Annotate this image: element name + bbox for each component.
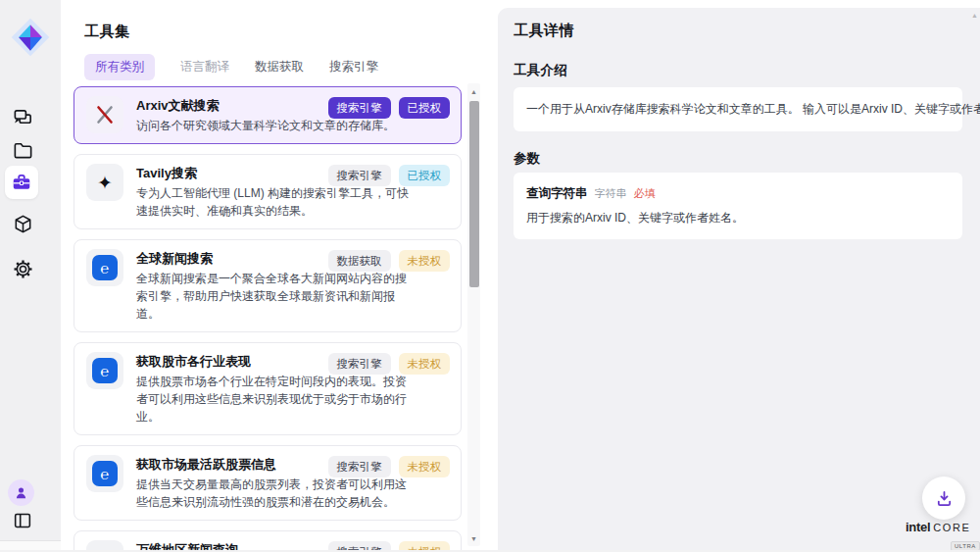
arxiv-x-icon [93,103,117,126]
download-icon [934,488,955,509]
tool-card[interactable]: ✦ ℮ 获取股市各行业表现 提供股票市场各个行业在特定时间段内的表现。投资者可以… [74,342,462,435]
category-badge: 搜索引擎 [328,165,391,186]
auth-status-badge: 已授权 [399,165,451,186]
tool-card[interactable]: ✦ ℮ Arxiv文献搜索 访问各个研究领域大量科学论文和文章的存储库。 搜索引… [74,86,462,144]
detail-title: 工具详情 [514,22,574,40]
tool-desc: 访问各个研究领域大量科学论文和文章的存储库。 [136,117,395,134]
collapse-panel-icon[interactable] [11,509,34,532]
tool-badges: 数据获取 未授权 [328,250,451,272]
category-badge: 数据获取 [328,250,391,272]
param-desc: 用于搜索的Arxiv ID、关键字或作者姓名。 [526,210,950,226]
news-search-icon: ℮ [92,255,118,280]
tool-badges: 搜索引擎 已授权 [328,165,451,186]
intro-box: 一个用于从Arxiv存储库搜索科学论文和文章的工具。 输入可以是Arxiv ID… [514,87,962,131]
tool-icon: ✦ ℮ [86,249,123,286]
category-tab[interactable]: 搜索引擎 [329,59,378,75]
intel-core-logo: intel CORE ULTRA [906,520,974,552]
toolset-panel: 工具集 所有类别语言翻译数据获取搜索引擎 ✦ ℮ [61,8,493,552]
folder-icon[interactable] [11,138,34,162]
scrollbar-thumb[interactable] [469,101,479,287]
param-box: 查询字符串 字符串 必填 用于搜索的Arxiv ID、关键字或作者姓名。 [514,173,962,239]
package-icon[interactable] [11,212,34,235]
tool-badges: 搜索引擎 已授权 [328,97,451,119]
user-avatar[interactable] [8,479,34,506]
param-required-flag: 必填 [634,186,656,201]
tool-card[interactable]: ✦ ℮ 获取市场最活跃股票信息 提供当天交易量最高的股票列表，投资者可以利用这些… [74,445,462,521]
sparkle-icon: ✦ [97,174,113,192]
tool-card[interactable]: ✦ ℮ 全球新闻搜索 全球新闻搜索是一个聚合全球各大新闻网站内容的搜索引擎，帮助… [74,239,462,332]
scroll-up-arrow[interactable]: ▲ [467,84,480,98]
toolset-title: 工具集 [84,23,130,41]
intel-wordmark: intel [906,520,930,534]
tool-icon: ✦ ℮ [86,455,123,492]
auth-status-badge: 未授权 [399,250,451,272]
tool-card-list: ✦ ℮ Arxiv文献搜索 访问各个研究领域大量科学论文和文章的存储库。 搜索引… [74,86,462,552]
app-logo-icon [9,16,52,59]
param-name: 查询字符串 [526,185,588,202]
tool-desc: 专为人工智能代理 (LLM) 构建的搜索引擎工具，可快速提供实时、准确和真实的结… [136,184,413,220]
tool-icon: ✦ ℮ [86,96,123,133]
scroll-down-arrow[interactable]: ▼ [467,531,480,545]
tool-badges: 搜索引擎 未授权 [328,353,451,375]
list-scrollbar[interactable]: ▲ ▼ [467,83,480,546]
auth-status-badge: 已授权 [399,97,451,119]
settings-gear-icon[interactable] [11,257,34,280]
category-tab[interactable]: 数据获取 [255,59,304,75]
news-search-icon: ℮ [92,461,118,486]
chat-icon[interactable] [11,106,34,129]
tool-desc: 提供股票市场各个行业在特定时间段内的表现。投资者可以利用这些信息来识别表现优于或… [136,373,413,426]
category-tabs: 所有类别语言翻译数据获取搜索引擎 [84,54,378,80]
category-badge: 搜索引擎 [328,97,391,119]
category-tab[interactable]: 语言翻译 [180,59,229,75]
tool-icon: ✦ ℮ [86,352,123,389]
param-type: 字符串 [595,186,627,201]
auth-status-badge: 未授权 [399,353,451,375]
auth-status-badge: 未授权 [399,456,451,477]
intro-text: 一个用于从Arxiv存储库搜索科学论文和文章的工具。 输入可以是Arxiv ID… [526,101,950,118]
sidebar-rail [0,0,61,540]
news-search-icon: ℮ [92,358,118,383]
params-heading: 参数 [514,150,541,168]
category-tab[interactable]: 所有类别 [84,54,155,80]
toolbox-icon-active[interactable] [5,166,38,199]
tool-desc: 全球新闻搜索是一个聚合全球各大新闻网站内容的搜索引擎，帮助用户快速获取全球最新资… [136,270,413,323]
tool-card[interactable]: ✦ ℮ Tavily搜索 专为人工智能代理 (LLM) 构建的搜索引擎工具，可快… [74,154,462,229]
core-wordmark: CORE [933,522,970,533]
tool-icon: ✦ ℮ [86,164,123,201]
tool-detail-panel: 工具详情 工具介绍 一个用于从Arxiv存储库搜索科学论文和文章的工具。 输入可… [498,8,980,552]
tool-card[interactable]: ✦ ℮ 万维地区新闻查询 查询具体行政区划内的新闻，快速了解各地新闻动 搜索引擎… [74,530,462,552]
tool-badges: 搜索引擎 未授权 [328,456,451,477]
detail-scroll-up-arrow[interactable]: ▲ [971,12,978,19]
download-button[interactable] [922,477,965,520]
intro-heading: 工具介绍 [514,62,567,79]
category-badge: 搜索引擎 [328,353,391,375]
category-badge: 搜索引擎 [328,456,391,477]
tool-desc: 提供当天交易量最高的股票列表，投资者可以利用这些信息来识别流动性强的股票和潜在的… [136,476,413,511]
